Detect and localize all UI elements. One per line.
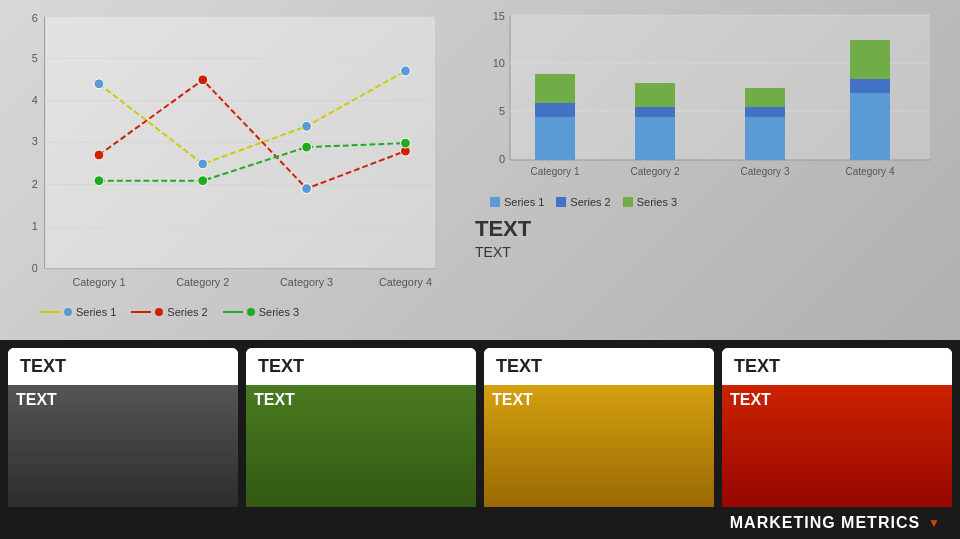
card-3-header: TEXT [484, 348, 714, 385]
svg-rect-44 [535, 103, 575, 117]
svg-text:Category 4: Category 4 [846, 166, 895, 177]
svg-text:15: 15 [493, 10, 505, 22]
svg-text:Category 2: Category 2 [631, 166, 680, 177]
legend-series2-label: Series 2 [167, 306, 207, 318]
svg-text:Category 1: Category 1 [72, 276, 125, 288]
bar-chart-area: 0 5 10 15 Category 1 [460, 0, 960, 340]
legend-series2-dot [155, 308, 163, 316]
bar-legend-series1-label: Series 1 [504, 196, 544, 208]
svg-rect-51 [745, 117, 785, 160]
svg-point-26 [198, 75, 208, 85]
footer-label: MARKETING METRICS [730, 514, 920, 532]
svg-text:0: 0 [499, 153, 505, 165]
svg-text:2: 2 [32, 178, 38, 190]
svg-point-30 [198, 176, 208, 186]
svg-text:10: 10 [493, 57, 505, 69]
bar-legend-series1-box [490, 197, 500, 207]
svg-rect-45 [535, 74, 575, 103]
svg-rect-56 [850, 79, 890, 93]
card-4-body: TEXT [722, 385, 952, 415]
legend-series3: Series 3 [223, 306, 299, 318]
svg-rect-52 [745, 107, 785, 117]
svg-text:Category 3: Category 3 [741, 166, 790, 177]
bar-legend-series3-box [623, 197, 633, 207]
svg-rect-48 [635, 107, 675, 117]
svg-rect-0 [45, 17, 436, 269]
svg-rect-43 [535, 117, 575, 160]
line-chart-legend: Series 1 Series 2 Series 3 [40, 306, 445, 318]
svg-point-22 [198, 159, 208, 169]
svg-rect-53 [745, 88, 785, 107]
svg-rect-47 [635, 117, 675, 160]
top-section: 0 1 2 3 4 5 6 Cat [0, 0, 960, 340]
svg-rect-55 [850, 93, 890, 160]
legend-series1-dot [64, 308, 72, 316]
svg-text:0: 0 [32, 262, 38, 274]
card-2-header: TEXT [246, 348, 476, 385]
card-1-header: TEXT [8, 348, 238, 385]
svg-point-25 [94, 150, 104, 160]
svg-text:Category 3: Category 3 [280, 276, 333, 288]
legend-series3-line [223, 311, 243, 313]
card-2-body: TEXT [246, 385, 476, 415]
card-3-body: TEXT [484, 385, 714, 415]
svg-text:5: 5 [32, 52, 38, 64]
legend-series1-line [40, 311, 60, 313]
svg-text:5: 5 [499, 105, 505, 117]
bar-chart-subtitle: TEXT [475, 244, 950, 260]
line-chart-area: 0 1 2 3 4 5 6 Cat [0, 0, 460, 340]
bar-legend-series3: Series 3 [623, 196, 677, 208]
bar-chart-svg: 0 5 10 15 Category 1 [470, 10, 950, 190]
svg-text:3: 3 [32, 135, 38, 147]
legend-series1-label: Series 1 [76, 306, 116, 318]
svg-point-24 [401, 66, 411, 76]
svg-point-31 [302, 142, 312, 152]
footer-bar: MARKETING METRICS ▼ [0, 507, 960, 539]
svg-point-32 [401, 138, 411, 148]
svg-text:1: 1 [32, 220, 38, 232]
bar-legend-series2: Series 2 [556, 196, 610, 208]
svg-text:Category 2: Category 2 [176, 276, 229, 288]
svg-text:6: 6 [32, 12, 38, 24]
card-1-body: TEXT [8, 385, 238, 415]
legend-series3-label: Series 3 [259, 306, 299, 318]
bar-legend-series2-label: Series 2 [570, 196, 610, 208]
svg-point-27 [302, 184, 312, 194]
bar-chart-legend: Series 1 Series 2 Series 3 [490, 196, 950, 208]
legend-series2-line [131, 311, 151, 313]
bar-legend-series1: Series 1 [490, 196, 544, 208]
bar-chart-main-title: TEXT [475, 216, 950, 242]
legend-series1: Series 1 [40, 306, 116, 318]
bar-legend-series2-box [556, 197, 566, 207]
svg-rect-57 [850, 40, 890, 79]
main-container: 0 1 2 3 4 5 6 Cat [0, 0, 960, 539]
svg-text:4: 4 [32, 94, 38, 106]
svg-point-23 [302, 121, 312, 131]
triangle-icon: ▼ [928, 516, 940, 530]
svg-point-29 [94, 176, 104, 186]
svg-point-21 [94, 79, 104, 89]
svg-text:Category 1: Category 1 [531, 166, 580, 177]
legend-series3-dot [247, 308, 255, 316]
bar-legend-series3-label: Series 3 [637, 196, 677, 208]
svg-rect-49 [635, 83, 675, 107]
bottom-section: TEXT TEXT TEXT TEXT TEXT TEXT TEXT TEXT [0, 340, 960, 539]
card-4-header: TEXT [722, 348, 952, 385]
line-chart-svg: 0 1 2 3 4 5 6 Cat [10, 10, 445, 300]
legend-series2: Series 2 [131, 306, 207, 318]
svg-text:Category 4: Category 4 [379, 276, 432, 288]
